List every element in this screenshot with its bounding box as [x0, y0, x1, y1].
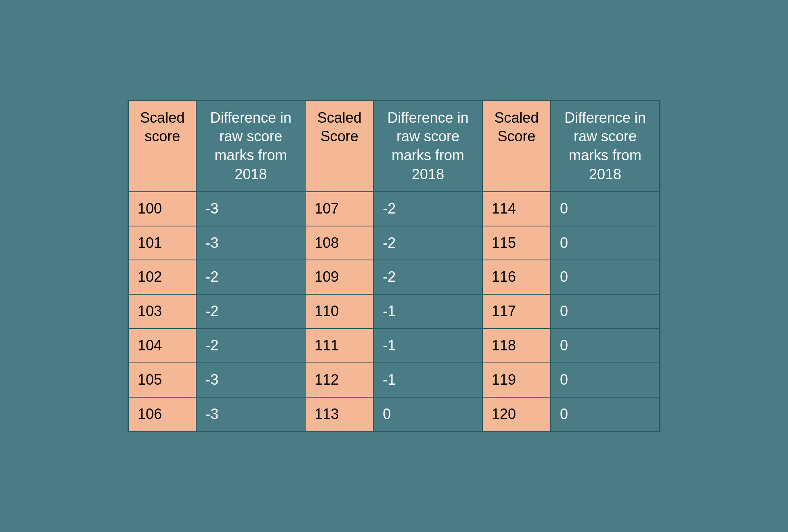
- cell-r3-c2: 110: [305, 294, 373, 329]
- header-col-3: Scaled Score: [305, 101, 373, 192]
- cell-r5-c2: 112: [305, 363, 373, 397]
- cell-r1-c1: -3: [196, 226, 305, 260]
- cell-r2-c5: 0: [551, 260, 660, 294]
- cell-r6-c4: 120: [482, 397, 551, 431]
- header-col-4: Difference in raw score marks from 2018: [373, 101, 482, 192]
- header-col-6: Difference in raw score marks from 2018: [551, 101, 660, 192]
- table-row: 100-3107-21140: [128, 192, 660, 226]
- table-row: 103-2110-11170: [128, 294, 660, 329]
- cell-r3-c4: 117: [482, 294, 551, 329]
- header-col-2: Difference in raw score marks from 2018: [196, 101, 305, 192]
- cell-r2-c2: 109: [305, 260, 373, 294]
- cell-r4-c4: 118: [482, 329, 551, 363]
- cell-r1-c0: 101: [128, 226, 197, 260]
- cell-r0-c2: 107: [305, 192, 373, 226]
- cell-r1-c5: 0: [551, 226, 660, 260]
- cell-r3-c5: 0: [551, 294, 660, 329]
- cell-r6-c3: 0: [373, 397, 482, 431]
- cell-r0-c0: 100: [128, 192, 197, 226]
- cell-r4-c5: 0: [551, 329, 660, 363]
- cell-r4-c3: -1: [373, 329, 482, 363]
- cell-r5-c4: 119: [482, 363, 551, 397]
- header-col-5: Scaled Score: [482, 101, 551, 192]
- cell-r2-c4: 116: [482, 260, 551, 294]
- cell-r5-c3: -1: [373, 363, 482, 397]
- cell-r6-c0: 106: [128, 397, 197, 431]
- cell-r5-c1: -3: [196, 363, 305, 397]
- cell-r1-c3: -2: [373, 226, 482, 260]
- cell-r2-c3: -2: [373, 260, 482, 294]
- cell-r6-c5: 0: [551, 397, 660, 431]
- cell-r0-c3: -2: [373, 192, 482, 226]
- table-row: 104-2111-11180: [128, 329, 660, 363]
- table-row: 102-2109-21160: [128, 260, 660, 294]
- cell-r3-c3: -1: [373, 294, 482, 329]
- table-row: 105-3112-11190: [128, 363, 660, 397]
- cell-r0-c1: -3: [196, 192, 305, 226]
- cell-r1-c4: 115: [482, 226, 551, 260]
- cell-r4-c1: -2: [196, 329, 305, 363]
- table-row: 106-311301200: [128, 397, 660, 431]
- cell-r4-c2: 111: [305, 329, 373, 363]
- cell-r3-c0: 103: [128, 294, 197, 329]
- cell-r6-c2: 113: [305, 397, 373, 431]
- header-row: Scaled score Difference in raw score mar…: [128, 101, 660, 192]
- header-col-1: Scaled score: [128, 101, 197, 192]
- cell-r4-c0: 104: [128, 329, 197, 363]
- cell-r5-c0: 105: [128, 363, 197, 397]
- scores-table: Scaled score Difference in raw score mar…: [128, 100, 660, 432]
- main-container: Scaled score Difference in raw score mar…: [128, 100, 660, 432]
- cell-r2-c1: -2: [196, 260, 305, 294]
- cell-r0-c4: 114: [482, 192, 551, 226]
- cell-r0-c5: 0: [551, 192, 660, 226]
- cell-r3-c1: -2: [196, 294, 305, 329]
- cell-r1-c2: 108: [305, 226, 373, 260]
- table-row: 101-3108-21150: [128, 226, 660, 260]
- cell-r2-c0: 102: [128, 260, 197, 294]
- cell-r5-c5: 0: [551, 363, 660, 397]
- cell-r6-c1: -3: [196, 397, 305, 431]
